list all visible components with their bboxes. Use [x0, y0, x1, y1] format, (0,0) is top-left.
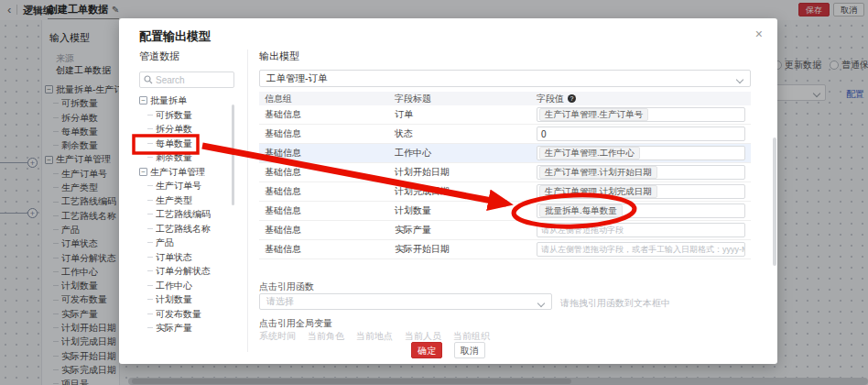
pipe-tree-item[interactable]: 产品: [139, 236, 234, 250]
confirm-button[interactable]: 确定: [411, 342, 442, 358]
field-value-input[interactable]: 生产订单管理.计划开始日期: [537, 165, 745, 180]
search-input[interactable]: Search: [139, 72, 234, 88]
modal-actions: 确定 取消: [119, 341, 777, 358]
tree-connector: [147, 115, 153, 116]
pipe-tree-item-label: 工艺路线编码: [156, 207, 211, 222]
pipe-tree-item[interactable]: 剩余数量: [139, 150, 234, 165]
tree-connector: [147, 128, 153, 129]
field-value-input[interactable]: 0: [537, 126, 745, 141]
cell-info-group: 基础信息: [259, 224, 395, 236]
field-value-input[interactable]: 生产订单管理.计划完成日期: [537, 184, 745, 199]
pipe-tree-item-label: 订单分解状态: [156, 264, 211, 279]
field-value-tag[interactable]: 生产订单管理.计划完成日期: [539, 185, 657, 198]
field-value-tag[interactable]: 生产订单管理.工作中心: [539, 147, 640, 160]
output-field-row: 基础信息订单生产订单管理.生产订单号: [259, 105, 751, 125]
cell-field-title: 工作中心: [395, 147, 537, 160]
pipe-tree-item[interactable]: 可拆数量: [139, 108, 234, 123]
tree-connector: [147, 285, 153, 286]
func-select-placeholder: 请选择: [266, 296, 294, 306]
output-model-panel: 输出模型 工单管理-订单 信息组 字段标题 字段值? 基础信息订单生产订单管理.…: [259, 50, 751, 352]
cell-info-group: 基础信息: [259, 166, 395, 179]
panel-divider: [247, 50, 248, 352]
config-output-modal: 配置输出模型 × 管道数据 Search −批量拆单可拆数量拆分单数每单数量剩余…: [119, 18, 777, 364]
pipe-tree-item-label: 可发布数量: [156, 307, 201, 322]
tree-connector: [147, 214, 153, 214]
cell-field-value: 0: [537, 126, 751, 141]
pipe-tree-item[interactable]: 工艺路线编码: [139, 207, 234, 222]
pipe-tree-item-label: 可拆数量: [156, 108, 192, 123]
pipe-tree-item-label: 工艺路线名称: [156, 222, 211, 236]
cell-field-value: 批量拆单.每单数量: [537, 204, 751, 218]
pipe-data-tree: −批量拆单可拆数量拆分单数每单数量剩余数量−生产订单管理生产订单号生产类型工艺路…: [139, 94, 234, 346]
pipe-tree-item[interactable]: 计划数量: [139, 292, 234, 307]
close-icon[interactable]: ×: [755, 28, 763, 40]
pipe-tree-item[interactable]: 工作中心: [139, 279, 234, 293]
pipe-tree-item[interactable]: 工艺路线名称: [139, 222, 234, 236]
tree-connector: [147, 185, 153, 186]
col-field-value: 字段值?: [537, 92, 751, 105]
tree-scrollbar[interactable]: [232, 104, 234, 205]
global-var-label: 点击引用全局变量: [259, 317, 332, 330]
col-field-title: 字段标题: [395, 92, 537, 105]
output-fields-table: 信息组 字段标题 字段值? 基础信息订单生产订单管理.生产订单号基础信息状态0基…: [259, 92, 751, 259]
func-ref-label: 点击引用函数: [259, 280, 314, 293]
pipe-data-panel: 管道数据 Search −批量拆单可拆数量拆分单数每单数量剩余数量−生产订单管理…: [139, 50, 238, 352]
output-model-select[interactable]: 工单管理-订单: [259, 70, 751, 87]
pipe-tree-item-label: 剩余数量: [156, 150, 192, 165]
pipe-tree-group-label: 批量拆单: [150, 94, 187, 108]
tree-connector: [147, 143, 153, 144]
output-field-row: 基础信息实际开始日期请从左侧管道拖动字段，或者手工输入日期格式：yyyy-MM-…: [259, 240, 751, 259]
table-scrollbar[interactable]: [773, 138, 776, 266]
pipe-tree-item[interactable]: 实际产量: [139, 321, 234, 336]
app-window: ‹ 逻辑编 创建工单数据✎ 保存 取消 + + 输入模型 来源 创建工单数据 −…: [0, 0, 868, 385]
tree-connector: [147, 327, 153, 328]
cell-field-title: 计划数量: [395, 204, 537, 217]
pipe-data-title: 管道数据: [139, 50, 238, 63]
pipe-tree-item[interactable]: 订单状态: [139, 250, 234, 265]
cell-info-group: 基础信息: [259, 204, 395, 217]
chevron-down-icon: [538, 300, 545, 306]
pipe-tree-item[interactable]: 生产类型: [139, 193, 234, 208]
output-field-row: 基础信息工作中心生产订单管理.工作中心: [259, 144, 751, 163]
pipe-tree-item[interactable]: 可发布数量: [139, 307, 234, 322]
field-value-input[interactable]: 批量拆单.每单数量: [537, 204, 745, 218]
tree-connector: [147, 200, 153, 201]
field-value-tag[interactable]: 生产订单管理.计划开始日期: [539, 166, 657, 179]
field-value-input[interactable]: 请从左侧管道拖动字段，或者手工输入日期格式：yyyy-MM-dd: [537, 242, 745, 257]
pipe-tree-item[interactable]: 订单分解状态: [139, 264, 234, 279]
pipe-tree-item[interactable]: 拆分单数: [139, 122, 234, 137]
field-value-placeholder: 请从左侧管道拖动字段: [537, 225, 624, 236]
tree-connector: [147, 270, 153, 271]
tree-connector: [147, 314, 153, 314]
output-field-row: 基础信息计划完成日期生产订单管理.计划完成日期: [259, 182, 751, 202]
pipe-tree-group[interactable]: −生产订单管理: [139, 165, 234, 180]
modal-title: 配置输出模型: [139, 28, 211, 45]
pipe-tree-item[interactable]: 每单数量: [139, 137, 234, 151]
output-model-value: 工单管理-订单: [266, 72, 328, 83]
table-header: 信息组 字段标题 字段值?: [259, 92, 751, 105]
help-icon[interactable]: ?: [568, 94, 576, 103]
pipe-tree-item-label: 生产订单号: [156, 179, 201, 193]
cell-info-group: 基础信息: [259, 108, 395, 121]
search-placeholder: Search: [156, 75, 185, 85]
field-value-input[interactable]: 请从左侧管道拖动字段: [537, 223, 745, 237]
cell-field-value: 生产订单管理.计划完成日期: [537, 184, 751, 199]
collapse-minus-icon[interactable]: −: [139, 168, 147, 176]
cell-field-value: 生产订单管理.生产订单号: [537, 107, 751, 122]
field-value-input[interactable]: 生产订单管理.工作中心: [537, 146, 745, 160]
pipe-tree-group[interactable]: −批量拆单: [139, 94, 234, 108]
cell-field-value: 生产订单管理.工作中心: [537, 146, 751, 160]
collapse-minus-icon[interactable]: −: [139, 96, 147, 104]
output-field-row: 基础信息计划开始日期生产订单管理.计划开始日期: [259, 163, 751, 182]
field-value-tag[interactable]: 批量拆单.每单数量: [539, 204, 623, 217]
cell-info-group: 基础信息: [259, 127, 395, 140]
cell-field-title: 实际开始日期: [395, 243, 537, 256]
tree-connector: [147, 257, 153, 258]
cell-field-title: 订单: [395, 108, 537, 121]
func-select[interactable]: 请选择: [259, 293, 552, 310]
field-value-input[interactable]: 生产订单管理.生产订单号: [537, 107, 745, 122]
modal-cancel-button[interactable]: 取消: [454, 342, 485, 358]
pipe-tree-item-label: 每单数量: [156, 137, 192, 151]
field-value-tag[interactable]: 生产订单管理.生产订单号: [539, 108, 648, 121]
pipe-tree-item[interactable]: 生产订单号: [139, 179, 234, 193]
